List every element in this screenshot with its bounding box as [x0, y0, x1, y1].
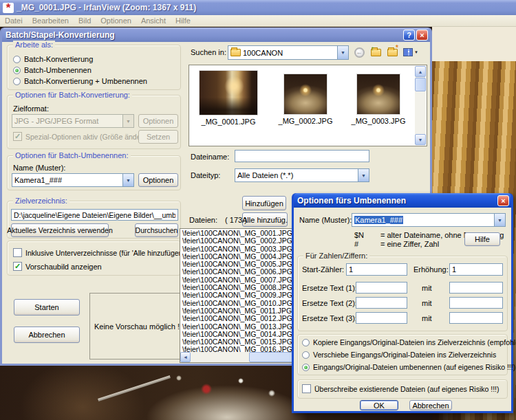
browse-button[interactable]: Durchsuchen: [135, 223, 178, 237]
back-button[interactable]: ←: [352, 45, 366, 59]
show-preview-label: Vorschaubild anzeigen: [25, 263, 102, 271]
scroll-down-icon[interactable]: ▼: [415, 134, 426, 145]
increment-input[interactable]: [449, 263, 503, 276]
radio-rename-mode[interactable]: Eingangs/Original-Dateien umbenennen (au…: [302, 363, 515, 371]
target-format-label: Zielformat:: [13, 104, 49, 113]
mit-label-3: mit: [422, 314, 432, 323]
overwrite-checkbox[interactable]: Überschreibe existierende Dateien (auf e…: [302, 384, 499, 393]
rename-dialog-titlebar[interactable]: Optionen fürs Umbenennen ×: [294, 193, 511, 208]
up-folder-button[interactable]: ↑: [369, 45, 383, 59]
menu-item[interactable]: Optionen: [96, 15, 136, 27]
chevron-down-icon[interactable]: ▼: [494, 214, 505, 226]
target-dir-caption: Zielverzeichnis:: [13, 197, 69, 206]
replace-3-to-input[interactable]: [449, 312, 503, 324]
replace-2-label: Ersetze Text (2):: [302, 299, 357, 308]
help-button[interactable]: Hilfe: [464, 232, 500, 246]
thumbnail-image: [356, 74, 400, 115]
thumbnail-name: _MG_0002.JPG: [273, 117, 338, 125]
menu-item[interactable]: Hilfe: [171, 15, 195, 27]
scroll-left-icon[interactable]: ◄: [180, 352, 191, 362]
thumbnail-list: _MG_0001.JPG _MG_0002.JPG _MG_0003.JPG ▲…: [189, 65, 427, 146]
thumbnail-item[interactable]: _MG_0002.JPG: [273, 70, 338, 125]
views-button[interactable]: ▼: [402, 45, 420, 59]
app-titlebar[interactable]: * _MG_0001.JPG - IrfanView (Zoom: 1367 x…: [0, 0, 516, 15]
close-icon[interactable]: ×: [497, 195, 509, 206]
use-current-dir-button[interactable]: Aktuelles Verzeichnis verwenden: [11, 223, 109, 237]
radio-batch-convert[interactable]: Batch-Konvertierung: [13, 55, 93, 63]
chevron-down-icon[interactable]: ▼: [337, 46, 348, 59]
target-format-combobox: JPG - JPG/JPEG Format ▼: [12, 114, 134, 128]
scroll-up-icon[interactable]: ▲: [415, 66, 426, 77]
help-icon[interactable]: ?: [403, 30, 415, 41]
rename-options-button[interactable]: Optionen: [138, 173, 178, 187]
radio-label: Verschiebe Eingangs/Original-Dateien ins…: [313, 351, 496, 359]
scrollbar-thumb[interactable]: [415, 78, 426, 91]
thumbnail-image: [199, 70, 258, 115]
menu-item[interactable]: Ansicht: [136, 15, 171, 27]
app-menubar: DateiBearbeitenBildOptionenAnsichtHilfe: [0, 15, 516, 27]
numbers-caption: Für Zahlen/Ziffern:: [303, 252, 369, 261]
chevron-down-icon[interactable]: ▼: [122, 174, 133, 186]
replace-1-to-input[interactable]: [449, 282, 503, 294]
replace-2-from-input[interactable]: [356, 297, 407, 309]
rename-cancel-button[interactable]: Abbrechen: [409, 400, 452, 410]
radio-label: Batch-Konvertierung + Umbenennen: [24, 77, 147, 85]
pattern-combobox[interactable]: Kamera1_### ▼: [12, 173, 134, 187]
menu-item[interactable]: Datei: [0, 15, 28, 27]
work-as-caption: Arbeite als:: [13, 41, 55, 49]
pattern-combobox[interactable]: Kamera1_### ▼: [352, 213, 506, 227]
preview-panel: Keine Vorschau möglich !: [89, 293, 184, 360]
thumbnail-item[interactable]: _MG_0001.JPG: [196, 70, 261, 126]
menu-item[interactable]: Bearbeiten: [28, 15, 74, 27]
replace-2-to-input[interactable]: [449, 297, 503, 309]
batch-dialog-titlebar[interactable]: Batch/Stapel-Konvertierung ? ×: [2, 27, 430, 42]
thumbnail-item[interactable]: _MG_0003.JPG: [346, 70, 411, 125]
menu-item[interactable]: Bild: [74, 15, 96, 27]
sparkle-icon: *: [396, 45, 398, 52]
new-folder-button[interactable]: *: [385, 45, 399, 59]
mit-label-1: mit: [422, 284, 432, 293]
hint-key-1: $N: [354, 231, 364, 240]
files-count: Dateien: ( 173 ): [189, 216, 247, 225]
ok-button[interactable]: OK: [360, 400, 398, 410]
radio-batch-convert-rename[interactable]: Batch-Konvertierung + Umbenennen: [13, 77, 147, 85]
include-subdirs-checkbox[interactable]: Inklusive Unterverzeichnisse (für 'Alle …: [13, 248, 186, 257]
thumbnail-scrollbar[interactable]: ▲ ▼: [415, 66, 426, 145]
checkbox-icon: ✓: [13, 132, 22, 141]
radio-icon: [13, 67, 21, 74]
look-in-combobox[interactable]: 100CANON ▼: [228, 45, 349, 60]
add-button[interactable]: Hinzufügen: [242, 196, 286, 210]
radio-move-mode[interactable]: Verschiebe Eingangs/Original-Dateien ins…: [302, 351, 496, 359]
radio-label: Eingangs/Original-Dateien umbenennen (au…: [313, 363, 515, 371]
add-all-button[interactable]: Alle hinzufüg.: [242, 212, 288, 227]
radio-batch-rename[interactable]: Batch-Umbenennen: [13, 66, 92, 74]
radio-icon: [302, 364, 310, 371]
chevron-down-icon: ▼: [122, 115, 133, 127]
replace-1-from-input[interactable]: [356, 282, 407, 294]
up-arrow-icon: ↑: [371, 45, 374, 52]
pattern-label: Name (Muster):: [299, 216, 352, 225]
show-preview-checkbox[interactable]: ✓ Vorschaubild anzeigen: [13, 262, 102, 271]
batch-dialog-title: Batch/Stapel-Konvertierung: [6, 30, 402, 40]
replace-3-from-input[interactable]: [356, 312, 407, 324]
preview-text: Keine Vorschau möglich !: [94, 322, 180, 331]
work-as-group: Arbeite als: Batch-Konvertierung Batch-U…: [7, 45, 181, 90]
radio-label: Kopiere Eingangs/Original-Dateien ins Zi…: [313, 338, 516, 346]
start-button[interactable]: Starten: [14, 299, 80, 316]
radio-icon: [302, 339, 310, 346]
chevron-down-icon: ▼: [414, 50, 418, 54]
thumbnail-name: _MG_0003.JPG: [346, 117, 411, 125]
cancel-button[interactable]: Abbrechen: [14, 327, 80, 343]
chevron-down-icon[interactable]: ▼: [358, 169, 369, 181]
rename-dialog-body: Name (Muster): Kamera1_### ▼ $N = alter …: [294, 208, 511, 411]
filetype-combobox[interactable]: Alle Dateien (*.*) ▼: [235, 168, 369, 182]
views-grid-icon: [403, 48, 413, 56]
irfanview-window: * _MG_0001.JPG - IrfanView (Zoom: 1367 x…: [0, 0, 516, 420]
start-counter-input[interactable]: [346, 263, 407, 276]
filename-input[interactable]: [235, 150, 369, 162]
irfanview-app-icon: *: [3, 3, 14, 13]
target-dir-input[interactable]: [11, 209, 178, 221]
files-count-value: ( 173 ): [225, 216, 247, 224]
close-icon[interactable]: ×: [416, 30, 428, 41]
radio-copy-mode[interactable]: Kopiere Eingangs/Original-Dateien ins Zi…: [302, 338, 516, 346]
